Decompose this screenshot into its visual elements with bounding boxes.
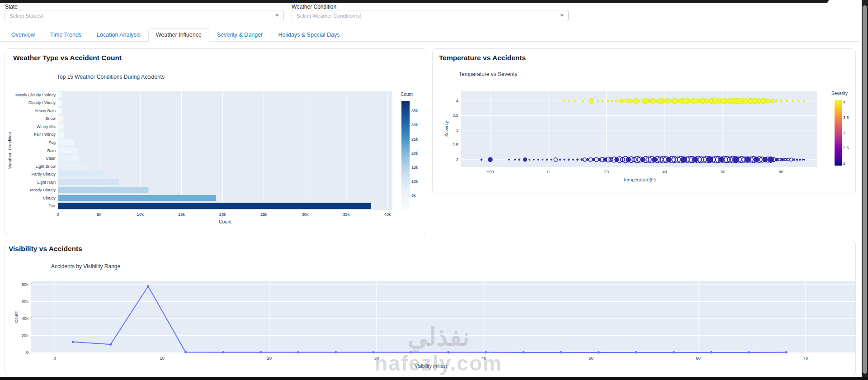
svg-text:Mostly Cloudy: Mostly Cloudy — [30, 188, 56, 192]
bottom-black-bar — [0, 377, 868, 380]
svg-text:Mostly Cloudy / Windy: Mostly Cloudy / Windy — [15, 93, 56, 97]
tab-overview[interactable]: Overview — [4, 28, 42, 42]
svg-text:Partly Cloudy: Partly Cloudy — [31, 172, 56, 176]
state-select-placeholder: Select State(s) — [9, 13, 43, 19]
svg-text:5k: 5k — [411, 193, 416, 198]
svg-text:−20: −20 — [486, 169, 494, 174]
svg-text:3: 3 — [456, 128, 458, 133]
svg-text:Cloudy / Windy: Cloudy / Windy — [28, 100, 56, 105]
svg-text:2: 2 — [843, 161, 845, 166]
svg-text:40k: 40k — [384, 212, 391, 217]
visibility-panel: Visibility vs Accidents Accidents by Vis… — [5, 240, 856, 376]
svg-text:15k: 15k — [411, 165, 418, 170]
weather-type-panel: Weather Type vs Accident Count Top 15 We… — [5, 48, 426, 235]
svg-text:0: 0 — [26, 350, 28, 355]
svg-text:20: 20 — [604, 169, 609, 174]
tab-time-trends[interactable]: Time Trends — [42, 28, 89, 42]
svg-text:25k: 25k — [411, 137, 418, 142]
svg-text:Fair: Fair — [49, 204, 56, 208]
svg-text:Fog: Fog — [48, 140, 56, 145]
svg-text:4: 4 — [456, 98, 458, 103]
weather-type-bar-chart[interactable]: Top 15 Weather Conditions During Acciden… — [5, 49, 427, 236]
svg-text:40: 40 — [481, 356, 486, 361]
svg-text:Count: Count — [401, 92, 413, 97]
svg-text:Count: Count — [219, 219, 231, 224]
temperature-panel: Temperature vs Accidents Temperature vs … — [432, 48, 856, 194]
scrollbar-thumb[interactable] — [863, 5, 867, 374]
visibility-line-chart[interactable]: Accidents by Visibility Range01020304050… — [5, 240, 856, 377]
state-select[interactable]: Select State(s) — [5, 10, 284, 21]
svg-text:35k: 35k — [343, 212, 350, 217]
svg-text:10k: 10k — [411, 179, 418, 184]
tab-divider — [0, 41, 859, 42]
svg-text:Cloudy: Cloudy — [43, 196, 56, 200]
svg-text:0: 0 — [547, 169, 549, 174]
svg-text:50: 50 — [589, 356, 594, 361]
weather-filter-group: Weather Condition — [292, 4, 336, 10]
svg-text:4: 4 — [843, 100, 845, 104]
svg-text:35k: 35k — [411, 109, 418, 113]
svg-text:2.5: 2.5 — [843, 146, 849, 150]
tab-location-analysis[interactable]: Location Analysis — [89, 28, 148, 42]
svg-text:10k: 10k — [137, 212, 144, 217]
tab-bar: Overview Time Trends Location Analysis W… — [4, 29, 348, 42]
svg-text:Clear: Clear — [46, 156, 56, 161]
weather-select-placeholder: Select Weather Condition(s) — [297, 13, 362, 19]
svg-text:30k: 30k — [411, 123, 418, 127]
svg-text:20k: 20k — [219, 212, 226, 217]
svg-text:Wintry Mix: Wintry Mix — [37, 124, 56, 129]
svg-text:30k: 30k — [302, 212, 309, 217]
svg-text:40: 40 — [662, 169, 667, 174]
svg-text:Light Snow: Light Snow — [35, 164, 56, 169]
svg-text:Top 15 Weather Conditions Duri: Top 15 Weather Conditions During Acciden… — [57, 74, 165, 80]
tab-severity-danger[interactable]: Severity & Danger — [209, 28, 270, 42]
chevron-down-icon — [275, 14, 279, 17]
tab-holidays-special-days[interactable]: Holidays & Special Days — [270, 28, 347, 42]
svg-text:25k: 25k — [260, 212, 268, 217]
svg-text:2: 2 — [456, 157, 458, 162]
svg-text:Snow: Snow — [45, 116, 56, 121]
svg-text:3.5: 3.5 — [843, 115, 849, 120]
svg-text:Rain: Rain — [47, 148, 56, 153]
svg-text:Fair / Windy: Fair / Windy — [34, 132, 56, 137]
chevron-down-icon — [560, 14, 564, 17]
svg-text:0: 0 — [57, 212, 59, 217]
tab-weather-influence[interactable]: Weather Influence — [148, 28, 209, 42]
svg-text:Count: Count — [14, 311, 19, 323]
svg-text:3.5: 3.5 — [453, 113, 458, 118]
svg-text:Severity: Severity — [444, 121, 449, 137]
svg-text:40k: 40k — [22, 316, 29, 321]
svg-text:80: 80 — [778, 169, 783, 174]
svg-text:30: 30 — [374, 356, 379, 361]
state-label: State — [5, 4, 18, 10]
weather-condition-label: Weather Condition — [292, 4, 336, 10]
state-filter-group: State — [5, 4, 18, 10]
svg-text:70: 70 — [803, 356, 808, 361]
temperature-scatter-chart[interactable]: Temperature vs Severity−2002040608043.53… — [433, 49, 856, 195]
svg-text:60: 60 — [696, 356, 701, 361]
svg-text:10: 10 — [160, 356, 165, 361]
svg-text:20k: 20k — [22, 333, 29, 338]
svg-text:Accidents by Visibility Range: Accidents by Visibility Range — [51, 263, 121, 270]
svg-text:15k: 15k — [178, 212, 185, 217]
svg-text:Severity: Severity — [831, 91, 848, 96]
svg-text:Heavy Rain: Heavy Rain — [34, 109, 56, 113]
svg-text:Temperature vs Severity: Temperature vs Severity — [459, 71, 517, 77]
svg-text:80k: 80k — [22, 282, 29, 287]
svg-text:60: 60 — [721, 169, 726, 174]
svg-text:Visibility (miles): Visibility (miles) — [415, 363, 447, 369]
svg-text:Weather_Condition: Weather_Condition — [7, 132, 12, 169]
svg-text:3: 3 — [843, 131, 845, 135]
svg-text:20: 20 — [267, 356, 272, 361]
svg-text:5k: 5k — [97, 212, 101, 217]
svg-text:2.5: 2.5 — [453, 142, 458, 147]
svg-text:Temperature(F): Temperature(F) — [623, 177, 656, 182]
top-black-bar — [0, 0, 829, 3]
svg-text:0: 0 — [54, 356, 56, 361]
svg-text:20k: 20k — [411, 151, 418, 156]
svg-text:60k: 60k — [22, 299, 29, 304]
svg-text:Light Rain: Light Rain — [37, 180, 56, 185]
weather-condition-select[interactable]: Select Weather Condition(s) — [292, 10, 569, 21]
